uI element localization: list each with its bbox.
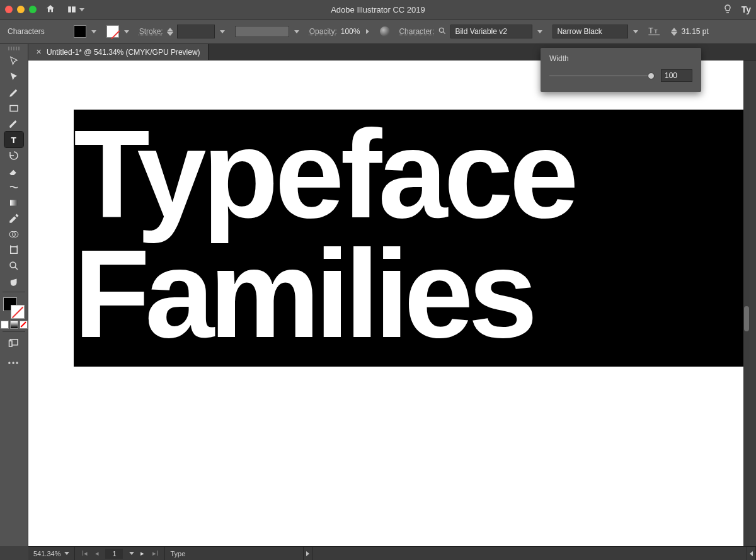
font-size-stepper[interactable] — [671, 28, 677, 36]
artboard-number-input[interactable] — [105, 549, 123, 559]
width-label: Width — [549, 54, 692, 63]
variable-width-profile[interactable] — [235, 26, 289, 37]
find-font-icon[interactable] — [438, 26, 447, 37]
vertical-scrollbar[interactable] — [743, 60, 750, 546]
font-style-input[interactable] — [553, 25, 628, 38]
workspace: Typeface Families — [0, 60, 756, 546]
close-window-button[interactable] — [5, 6, 13, 13]
svg-marker-2 — [167, 28, 173, 31]
svg-text:T: T — [655, 28, 658, 35]
svg-marker-3 — [167, 32, 173, 36]
home-icon[interactable] — [45, 4, 55, 16]
text-frame[interactable]: Typeface Families — [61, 94, 750, 392]
workspace-label[interactable]: Ty — [742, 4, 751, 14]
canvas-area: Typeface Families — [28, 60, 750, 546]
svg-line-5 — [444, 31, 445, 33]
zoom-value[interactable]: 541.34% — [33, 550, 60, 557]
search-help-icon[interactable] — [723, 4, 733, 16]
selection-mode-label: Characters — [8, 27, 45, 36]
minimize-window-button[interactable] — [17, 6, 25, 13]
title-bar: Adobe Illustrator CC 2019 Ty — [0, 0, 756, 19]
chevron-down-icon[interactable] — [536, 28, 544, 35]
width-slider[interactable] — [549, 71, 655, 80]
close-tab-icon[interactable]: ✕ — [36, 48, 42, 56]
touch-type-icon[interactable]: TT — [648, 26, 662, 38]
chevron-down-icon[interactable] — [90, 28, 98, 35]
hscroll-left-button[interactable] — [304, 547, 312, 560]
chevron-down-icon[interactable] — [64, 552, 69, 555]
svg-rect-0 — [68, 6, 71, 12]
current-tool-display[interactable]: Type — [165, 547, 304, 560]
text-line-1[interactable]: Typeface — [74, 115, 741, 234]
current-tool-label: Type — [170, 550, 185, 557]
svg-text:T: T — [649, 26, 654, 35]
svg-marker-10 — [671, 32, 677, 36]
chevron-down-icon[interactable] — [123, 28, 130, 35]
fill-swatch-control[interactable] — [74, 25, 98, 38]
font-family-input[interactable] — [450, 25, 532, 38]
maximize-window-button[interactable] — [29, 6, 37, 13]
next-artboard-button[interactable]: ▸ — [138, 549, 147, 557]
stroke-swatch[interactable] — [106, 25, 119, 38]
first-artboard-button[interactable]: I◂ — [80, 549, 89, 557]
variable-font-width-panel: Width — [541, 48, 701, 92]
stroke-swatch-control[interactable] — [106, 25, 130, 38]
slider-knob[interactable] — [648, 72, 655, 79]
opacity-label[interactable]: Opacity: — [309, 27, 337, 36]
chevron-down-icon[interactable] — [129, 552, 134, 555]
svg-marker-9 — [671, 28, 677, 31]
arrange-documents-button[interactable] — [67, 5, 84, 14]
hscroll-right-button[interactable] — [747, 547, 756, 560]
stroke-weight-input[interactable] — [177, 25, 215, 38]
control-bar: Characters Stroke: Opacity: 100% Charact… — [0, 19, 756, 44]
chevron-down-icon[interactable] — [293, 28, 301, 35]
font-size-value[interactable]: 31.15 pt — [681, 27, 708, 36]
artboard[interactable]: Typeface Families — [28, 60, 750, 546]
document-tab-title: Untitled-1* @ 541.34% (CMYK/GPU Preview) — [47, 48, 200, 57]
chevron-down-icon[interactable] — [219, 28, 226, 35]
recolor-artwork-icon[interactable] — [380, 26, 390, 37]
window-controls — [5, 6, 37, 13]
stroke-label[interactable]: Stroke: — [139, 27, 163, 36]
app-title: Adobe Illustrator CC 2019 — [331, 5, 425, 14]
panel-grip[interactable] — [6, 47, 21, 52]
chevron-down-icon — [79, 8, 84, 11]
horizontal-scrollbar[interactable] — [312, 547, 747, 560]
text-line-2[interactable]: Families — [74, 234, 741, 354]
artboard-navigator: I◂ ◂ ▸ ▸I — [75, 547, 165, 560]
svg-rect-1 — [72, 6, 76, 12]
prev-artboard-button[interactable]: ◂ — [93, 549, 101, 557]
stroke-weight-stepper[interactable] — [167, 28, 173, 36]
scrollbar-thumb[interactable] — [744, 306, 749, 331]
fill-swatch[interactable] — [74, 25, 86, 38]
width-value-input[interactable] — [661, 69, 692, 82]
svg-point-4 — [440, 28, 444, 32]
last-artboard-button[interactable]: ▸I — [151, 549, 159, 557]
opacity-value[interactable]: 100% — [341, 27, 360, 36]
chevron-down-icon[interactable] — [632, 28, 639, 35]
character-panel-label[interactable]: Character: — [399, 27, 434, 36]
status-bar: 541.34% I◂ ◂ ▸ ▸I Type — [28, 546, 756, 560]
document-tab[interactable]: ✕ Untitled-1* @ 541.34% (CMYK/GPU Previe… — [28, 44, 209, 60]
chevron-right-icon[interactable] — [364, 28, 371, 35]
zoom-control[interactable]: 541.34% — [28, 547, 75, 560]
